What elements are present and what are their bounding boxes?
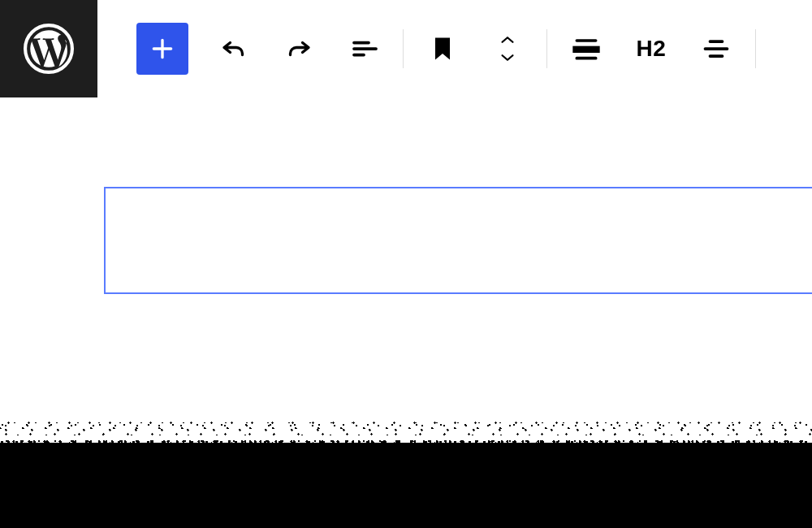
editor-canvas[interactable]: [0, 97, 812, 528]
heading-level-label: H2: [637, 36, 667, 62]
undo-icon: [219, 34, 248, 63]
svg-rect-1: [572, 46, 599, 53]
align-center-icon: [702, 34, 731, 63]
heading-level-button[interactable]: H2: [619, 23, 684, 75]
wordpress-icon: [24, 24, 74, 74]
redo-icon: [284, 34, 313, 63]
editor-topbar: H2: [0, 0, 812, 97]
redo-button[interactable]: [266, 23, 331, 75]
toolbar-divider: [755, 29, 756, 68]
chevron-up-icon[interactable]: [499, 34, 516, 45]
chevron-down-icon[interactable]: [499, 52, 516, 63]
undo-button[interactable]: [201, 23, 266, 75]
plus-icon: [149, 36, 175, 62]
toolbar-divider: [403, 29, 404, 68]
block-movers: [475, 23, 540, 75]
align-button[interactable]: [554, 23, 619, 75]
document-outline-icon: [349, 34, 378, 63]
bookmark-icon: [428, 34, 457, 63]
editor-toolbar: H2: [97, 0, 762, 97]
add-block-button[interactable]: [136, 23, 188, 75]
selected-heading-block[interactable]: [104, 187, 812, 294]
toolbar-divider: [546, 29, 547, 68]
wordpress-logo-button[interactable]: [0, 0, 97, 97]
align-wide-icon: [570, 32, 603, 65]
block-type-button[interactable]: [410, 23, 475, 75]
page-footer-region: [0, 443, 812, 528]
document-outline-button[interactable]: [331, 23, 396, 75]
text-align-button[interactable]: [684, 23, 749, 75]
